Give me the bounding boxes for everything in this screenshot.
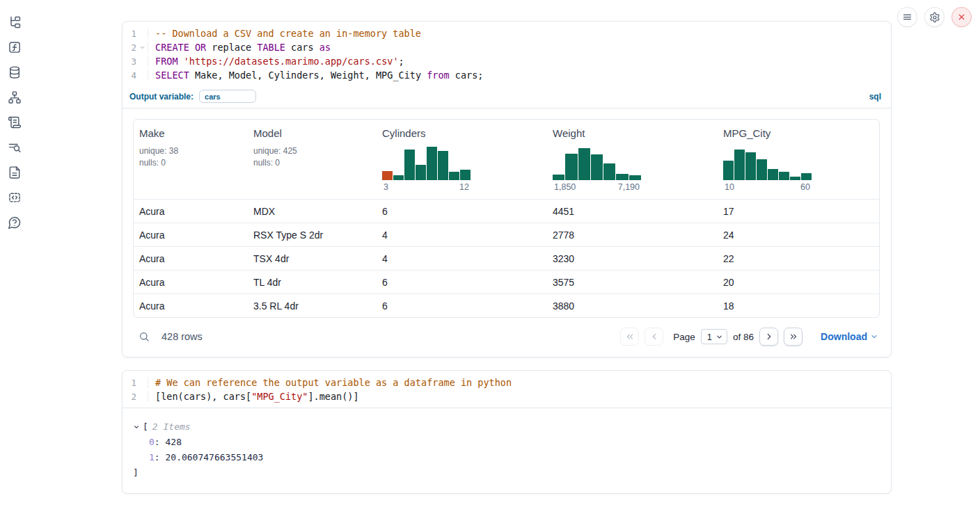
table-cell: 3.5 RL 4dr	[248, 294, 377, 317]
documentation-icon[interactable]	[7, 164, 23, 180]
histogram-bar	[427, 147, 437, 180]
histogram-axis-labels: 312	[382, 180, 471, 192]
histogram-mpg_city: 1060	[723, 145, 812, 192]
histogram-bars	[382, 145, 471, 180]
scratchpad-icon[interactable]	[7, 114, 23, 130]
table-row[interactable]: Acura3.5 RL 4dr6388018	[134, 293, 879, 317]
histogram-bar	[460, 170, 471, 180]
code-text[interactable]: FROM 'https://datasets.marimo.app/cars.c…	[148, 56, 891, 67]
chevron-right-icon	[764, 332, 774, 341]
code-line[interactable]: 2[len(cars), cars["MPG_City"].mean()]	[122, 389, 891, 403]
table-cell: 4	[377, 223, 547, 246]
tree-entry: 1: 20.060747663551403	[133, 450, 880, 465]
sql-editor[interactable]: 1-- Download a CSV and create an in-memo…	[122, 22, 891, 86]
column-header-mpg_city[interactable]: MPG_City1060	[718, 120, 879, 199]
table-cell: Acura	[134, 271, 248, 293]
table-header: Makeunique: 38nulls: 0Modelunique: 425nu…	[134, 120, 879, 199]
first-page-button[interactable]	[620, 328, 639, 346]
table-cell: 3880	[547, 294, 718, 317]
tree-entry-key: 1	[149, 452, 155, 462]
code-line[interactable]: 4SELECT Make, Model, Cylinders, Weight, …	[122, 68, 891, 82]
file-tree-icon[interactable]	[7, 14, 23, 30]
table-cell: 6	[377, 200, 547, 223]
table-cell: 18	[718, 294, 879, 317]
logs-search-icon[interactable]	[7, 139, 23, 155]
tree-entry: 0: 428	[133, 435, 880, 450]
table-cell: RSX Type S 2dr	[248, 223, 377, 246]
table-cell: 6	[377, 294, 547, 317]
histogram-bars	[723, 145, 812, 180]
table-row[interactable]: AcuraRSX Type S 2dr4277824	[134, 223, 879, 246]
python-editor[interactable]: 1# We can reference the output variable …	[122, 371, 891, 408]
line-number: 3	[122, 56, 136, 67]
line-number: 1	[122, 29, 136, 39]
axis-min-label: 3	[384, 182, 388, 192]
table-cell: 4451	[547, 200, 718, 223]
table-row[interactable]: AcuraTL 4dr6357520	[134, 270, 879, 293]
tree-close-bracket: ]	[133, 465, 139, 481]
python-cell: 1# We can reference the output variable …	[122, 370, 892, 494]
shutdown-button[interactable]	[951, 7, 972, 27]
table-cell: Acura	[134, 247, 248, 270]
histogram-bar	[382, 171, 393, 180]
dependency-graph-icon[interactable]	[7, 89, 23, 105]
fold-chevron-icon[interactable]	[136, 45, 148, 51]
database-icon[interactable]	[7, 64, 23, 80]
code-line[interactable]: 1-- Download a CSV and create an in-memo…	[122, 26, 891, 40]
histogram-bar	[565, 154, 577, 180]
table-cell: 17	[718, 200, 879, 223]
code-text[interactable]: CREATE OR replace TABLE cars as	[148, 42, 891, 53]
table-cell: 6	[377, 271, 547, 293]
table-cell: Acura	[134, 294, 248, 317]
histogram-bar	[603, 163, 615, 180]
tree-root-line: [2 Items	[133, 419, 880, 435]
code-text[interactable]: -- Download a CSV and create an in-memor…	[148, 28, 891, 39]
search-icon[interactable]	[139, 331, 150, 342]
line-number: 4	[122, 70, 136, 81]
settings-button[interactable]	[924, 7, 945, 27]
histogram-bar	[591, 154, 603, 180]
column-stat: nulls: 0	[253, 157, 371, 169]
help-icon[interactable]	[7, 214, 23, 230]
gear-icon	[929, 12, 940, 23]
column-header-model[interactable]: Modelunique: 425nulls: 0	[248, 120, 377, 199]
code-text[interactable]: [len(cars), cars["MPG_City"].mean()]	[148, 391, 891, 402]
topbar	[897, 7, 972, 27]
chevron-left-icon	[649, 332, 659, 341]
histogram-cylinders: 312	[382, 145, 471, 192]
column-name: MPG_City	[723, 127, 874, 139]
column-header-make[interactable]: Makeunique: 38nulls: 0	[134, 120, 248, 199]
code-line[interactable]: 1# We can reference the output variable …	[122, 376, 891, 389]
histogram-bar	[553, 175, 564, 180]
function-square-icon[interactable]	[7, 39, 23, 55]
prev-page-button[interactable]	[645, 328, 663, 346]
code-text[interactable]: SELECT Make, Model, Cylinders, Weight, M…	[148, 70, 891, 81]
page-select[interactable]: 1	[701, 329, 727, 344]
notebook-menu-button[interactable]	[897, 7, 917, 27]
line-number: 2	[122, 42, 136, 53]
tree-open-bracket: [	[143, 419, 148, 435]
column-header-cylinders[interactable]: Cylinders312	[377, 120, 547, 199]
table-row[interactable]: AcuraMDX6445117	[134, 199, 879, 223]
table-body: AcuraMDX6445117AcuraRSX Type S 2dr427782…	[134, 199, 879, 317]
histogram-weight: 1,8507,190	[553, 145, 641, 192]
snippets-icon[interactable]	[7, 189, 23, 205]
code-line[interactable]: 2CREATE OR replace TABLE cars as	[122, 40, 891, 54]
chevron-down-icon	[870, 332, 878, 341]
table-row[interactable]: AcuraTSX 4dr4323022	[134, 246, 879, 270]
collapse-chevron-icon[interactable]	[133, 424, 141, 430]
histogram-bar	[723, 161, 734, 180]
tree-items-count: 2 Items	[152, 419, 191, 435]
output-variable-input[interactable]	[199, 90, 256, 103]
column-header-weight[interactable]: Weight1,8507,190	[547, 120, 718, 199]
sql-code-box: 1-- Download a CSV and create an in-memo…	[122, 22, 891, 108]
histogram-bar	[790, 177, 800, 180]
sql-output-area: Makeunique: 38nulls: 0Modelunique: 425nu…	[122, 108, 891, 357]
next-page-button[interactable]	[759, 328, 778, 346]
code-line[interactable]: 3FROM 'https://datasets.marimo.app/cars.…	[122, 54, 891, 68]
download-button[interactable]: Download	[821, 331, 878, 342]
histogram-axis-labels: 1,8507,190	[553, 180, 641, 192]
code-text[interactable]: # We can reference the output variable a…	[148, 377, 891, 388]
chevron-down-icon	[716, 333, 723, 341]
last-page-button[interactable]	[784, 328, 803, 346]
